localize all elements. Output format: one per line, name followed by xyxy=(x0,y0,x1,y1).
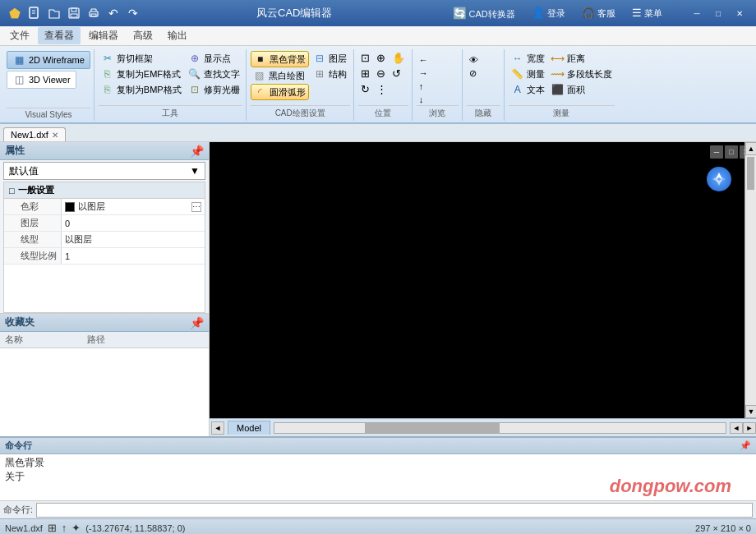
ribbon-btn-browse3[interactable]: ↑ xyxy=(417,81,426,92)
ribbon-btn-smooth-arc[interactable]: ◜ 圆滑弧形 xyxy=(251,84,309,100)
menu-output[interactable]: 输出 xyxy=(161,27,194,44)
vscroll-up-btn[interactable]: ▲ xyxy=(745,142,756,155)
command-header-pin[interactable]: 📌 xyxy=(740,440,751,451)
ribbon-btn-show-point[interactable]: ⊕ 显示点 xyxy=(186,51,242,66)
menu-file[interactable]: 文件 xyxy=(3,27,36,44)
ribbon-btn-hide1[interactable]: 👁 xyxy=(467,54,481,66)
ribbon-group-label-hide: 隐藏 xyxy=(467,105,500,119)
maximize-btn[interactable]: □ xyxy=(708,6,728,21)
canvas-hscrollbar[interactable] xyxy=(274,422,726,434)
ribbon-btn-black-bg[interactable]: ■ 黑色背景 xyxy=(251,51,309,67)
color-picker-btn[interactable]: ⋯ xyxy=(191,202,201,212)
hscroll-thumb[interactable] xyxy=(365,423,500,433)
ribbon-btn-2d-wireframe[interactable]: ▦ 2D Wireframe xyxy=(7,51,90,69)
properties-section-general[interactable]: □ 一般设置 xyxy=(4,182,205,199)
close-btn[interactable]: ✕ xyxy=(730,6,749,21)
prop-val-color[interactable]: 以图层 ⋯ xyxy=(62,199,205,214)
prop-key-color: 色彩 xyxy=(4,199,62,214)
favorites-header: 收藏夹 📌 xyxy=(0,314,209,332)
ribbon-btn-text[interactable]: A 文本 xyxy=(509,82,547,97)
hscroll-right-btn[interactable]: ► xyxy=(743,422,756,434)
color-value: 以图层 xyxy=(78,200,105,213)
ribbon-btn-layer[interactable]: ⊟ 图层 xyxy=(311,51,349,66)
cad-converter-btn[interactable]: 🔄 CAD转换器 xyxy=(448,5,520,22)
ribbon-btn-find-text[interactable]: 🔍 查找文字 xyxy=(186,67,242,81)
favorites-pin[interactable]: 📌 xyxy=(190,316,204,329)
ribbon-btn-measure[interactable]: 📏 测量 xyxy=(509,67,547,81)
file-tab-close[interactable]: ✕ xyxy=(52,131,58,140)
qa-redo[interactable]: ↷ xyxy=(125,5,141,21)
customer-service-btn[interactable]: 🎧 客服 xyxy=(577,5,620,21)
ribbon-btn-structure[interactable]: ⊞ 结构 xyxy=(311,67,349,81)
titlebar-left: ⬟ ↶ ↷ xyxy=(7,5,141,21)
canvas-minimize-btn[interactable]: ─ xyxy=(710,145,723,159)
properties-pin[interactable]: 📌 xyxy=(190,145,204,158)
properties-title: 属性 xyxy=(5,144,25,158)
menu-editor[interactable]: 编辑器 xyxy=(82,27,125,44)
vscroll-down-btn[interactable]: ▼ xyxy=(745,405,756,418)
ribbon-btn-distance[interactable]: ⟷ 距离 xyxy=(549,51,615,66)
tab-bar: New1.dxf ✕ xyxy=(0,124,756,142)
app-icon[interactable]: ⬟ xyxy=(7,5,23,21)
ribbon-btn-zoom-in[interactable]: ⊕ xyxy=(374,51,388,65)
canvas-nav-icon[interactable] xyxy=(707,167,731,191)
canvas-scroll-left-btn[interactable]: ◄ xyxy=(211,421,224,435)
minimize-btn[interactable]: ─ xyxy=(687,6,707,21)
command-input[interactable] xyxy=(36,503,753,518)
ribbon-btn-zoom-out[interactable]: ⊖ xyxy=(374,67,388,81)
ribbon-btn-trim-raster[interactable]: ⊡ 修剪光栅 xyxy=(186,82,242,97)
ribbon-btn-browse4[interactable]: ↓ xyxy=(417,94,426,105)
ribbon-btn-rotate[interactable]: ↺ xyxy=(390,67,403,81)
ribbon-group-label-browse: 浏览 xyxy=(417,105,459,119)
props-row-color: 色彩 以图层 ⋯ xyxy=(4,199,205,215)
prop-val-linetype[interactable]: 以图层 xyxy=(62,232,205,247)
properties-header: 属性 📌 xyxy=(0,142,209,160)
ribbon-btn-3d-orbit[interactable]: ↻ xyxy=(358,82,372,96)
ribbon-btn-copy-bmp[interactable]: ⎘ 复制为BMP格式 xyxy=(99,82,184,97)
menu-viewer[interactable]: 查看器 xyxy=(38,27,81,44)
statusbar-ortho-icon[interactable]: ↑ xyxy=(62,522,67,534)
login-btn[interactable]: 👤 登录 xyxy=(527,5,570,21)
menu-btn[interactable]: ☰ 菜单 xyxy=(627,5,667,21)
qa-open[interactable] xyxy=(46,5,62,21)
command-prompt-label: 命令行: xyxy=(3,504,33,516)
file-tab-new1[interactable]: New1.dxf ✕ xyxy=(3,127,66,141)
qa-save[interactable] xyxy=(66,5,82,21)
prop-val-layer[interactable]: 0 xyxy=(62,215,205,231)
canvas-vscrollbar[interactable]: ▲ ▼ xyxy=(744,142,756,418)
statusbar-snap-icon[interactable]: ✦ xyxy=(71,522,81,534)
ribbon-btn-hide2[interactable]: ⊘ xyxy=(467,67,479,80)
ribbon-btn-zoom-fit[interactable]: ⊡ xyxy=(358,51,372,65)
ribbon-btn-width[interactable]: ↔ 宽度 xyxy=(509,51,547,66)
ribbon-btn-area[interactable]: ⬛ 面积 xyxy=(549,82,615,97)
favorites-panel: 收藏夹 📌 名称 路径 xyxy=(0,313,209,436)
ribbon-group-label-visual: Visual Styles xyxy=(7,108,90,119)
prop-val-linetype-scale[interactable]: 1 xyxy=(62,248,205,264)
chevron-down-icon: ▼ xyxy=(190,165,200,177)
qa-new[interactable] xyxy=(26,5,43,21)
file-tab-label: New1.dxf xyxy=(11,130,48,140)
vscroll-thumb[interactable] xyxy=(747,157,754,190)
hscroll-left-btn[interactable]: ◄ xyxy=(730,422,743,434)
ribbon-btn-3d-viewer[interactable]: ◫ 3D Viewer xyxy=(7,71,76,89)
ribbon-btn-bw-draw[interactable]: ▧ 黑白绘图 xyxy=(251,68,309,83)
svg-marker-11 xyxy=(719,176,726,182)
ribbon-btn-zoom-window[interactable]: ⊞ xyxy=(358,67,372,81)
ribbon-btn-copy-emf[interactable]: ⎘ 复制为EMF格式 xyxy=(99,67,184,81)
ribbon-btn-cut-frame[interactable]: ✂ 剪切框架 xyxy=(99,51,184,66)
ribbon-btn-more[interactable]: ⋮ xyxy=(374,82,390,96)
qa-print[interactable] xyxy=(85,5,102,21)
properties-dropdown[interactable]: 默认值 ▼ xyxy=(3,162,205,180)
fav-col-path: 路径 xyxy=(87,334,204,346)
canvas-area[interactable]: ─ □ ✕ ▲ ▼ ◄ Model ◄ xyxy=(210,142,756,436)
menu-advanced[interactable]: 高级 xyxy=(127,27,159,44)
statusbar-coordinates: (-13.27674; 11.58837; 0) xyxy=(85,523,185,533)
ribbon-btn-pan[interactable]: ✋ xyxy=(390,51,408,65)
canvas-model-tab[interactable]: Model xyxy=(228,421,270,435)
qa-undo[interactable]: ↶ xyxy=(105,5,122,21)
canvas-restore-btn[interactable]: □ xyxy=(725,145,738,159)
ribbon-btn-browse2[interactable]: → xyxy=(417,67,431,79)
ribbon-btn-polyline-len[interactable]: ⟿ 多段线长度 xyxy=(549,67,615,81)
statusbar-grid-icon[interactable]: ⊞ xyxy=(48,522,57,534)
ribbon-btn-browse1[interactable]: ← xyxy=(417,54,431,66)
